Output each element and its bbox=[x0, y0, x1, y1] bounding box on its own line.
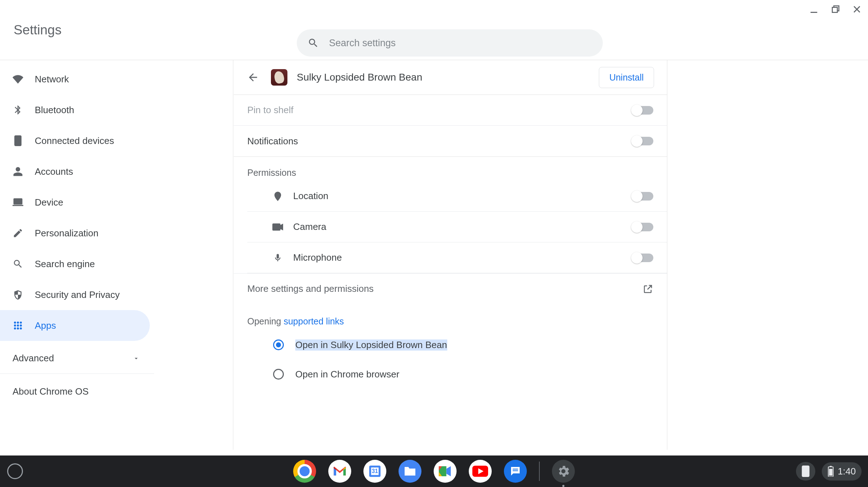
microphone-icon bbox=[272, 252, 283, 263]
permission-camera: Camera bbox=[247, 212, 667, 242]
bluetooth-icon bbox=[13, 105, 23, 115]
sidebar-item-label: Connected devices bbox=[35, 135, 114, 146]
shelf-app-chrome[interactable] bbox=[293, 460, 316, 483]
app-icon bbox=[271, 69, 287, 86]
notifications-toggle[interactable] bbox=[632, 137, 653, 145]
radio-label: Open in Chrome browser bbox=[295, 369, 399, 380]
supported-links-link[interactable]: supported links bbox=[283, 316, 344, 326]
person-icon bbox=[13, 166, 23, 177]
svg-rect-23 bbox=[802, 466, 809, 476]
sidebar-item-label: Security and Privacy bbox=[35, 289, 120, 300]
clock: 1:40 bbox=[838, 466, 856, 477]
wifi-icon bbox=[13, 74, 23, 85]
setting-label: Pin to shelf bbox=[247, 105, 294, 116]
setting-pin-to-shelf: Pin to shelf bbox=[234, 95, 667, 126]
app-name: Sulky Lopsided Brown Bean bbox=[297, 72, 599, 83]
more-settings-link[interactable]: More settings and permissions bbox=[234, 273, 667, 304]
back-button[interactable] bbox=[247, 71, 259, 84]
shield-icon bbox=[13, 289, 23, 300]
sidebar-item-security-privacy[interactable]: Security and Privacy bbox=[0, 279, 150, 310]
sidebar-item-label: Bluetooth bbox=[35, 105, 74, 116]
svg-point-10 bbox=[17, 324, 19, 327]
permission-label: Location bbox=[293, 191, 328, 202]
microphone-toggle[interactable] bbox=[632, 254, 653, 262]
page-title: Settings bbox=[14, 23, 62, 38]
svg-point-11 bbox=[20, 324, 22, 327]
svg-rect-26 bbox=[829, 469, 833, 476]
shelf-separator bbox=[539, 462, 540, 481]
location-icon bbox=[272, 191, 283, 202]
radio-icon bbox=[273, 369, 284, 380]
shelf-app-calendar[interactable]: 31 bbox=[363, 460, 386, 483]
svg-point-8 bbox=[20, 322, 22, 324]
radio-label: Open in Sulky Lopsided Brown Bean bbox=[295, 339, 447, 351]
svg-text:31: 31 bbox=[372, 468, 378, 474]
camera-icon bbox=[272, 222, 283, 232]
divider bbox=[667, 60, 667, 450]
setting-notifications: Notifications bbox=[234, 126, 667, 156]
sidebar-item-network[interactable]: Network bbox=[0, 64, 150, 95]
search-field[interactable] bbox=[297, 29, 603, 57]
pencil-icon bbox=[13, 228, 23, 238]
radio-icon bbox=[273, 339, 284, 350]
svg-rect-16 bbox=[273, 224, 280, 230]
location-toggle[interactable] bbox=[632, 192, 653, 201]
opening-links-header: Opening supported links bbox=[234, 304, 667, 330]
opening-prefix: Opening bbox=[247, 316, 283, 326]
sidebar-about-label: About Chrome OS bbox=[13, 386, 89, 397]
sidebar-item-search-engine[interactable]: Search engine bbox=[0, 249, 150, 279]
svg-point-15 bbox=[277, 194, 279, 196]
sidebar: Network Bluetooth Connected devices Acco… bbox=[0, 60, 158, 450]
setting-label: Notifications bbox=[247, 136, 298, 147]
sidebar-item-bluetooth[interactable]: Bluetooth bbox=[0, 95, 150, 125]
svg-point-9 bbox=[14, 324, 16, 327]
shelf-app-messages[interactable] bbox=[504, 460, 527, 483]
sidebar-advanced-toggle[interactable]: Advanced bbox=[0, 343, 154, 374]
uninstall-button[interactable]: Uninstall bbox=[599, 67, 654, 88]
sidebar-item-apps[interactable]: Apps bbox=[0, 310, 150, 341]
permission-location: Location bbox=[247, 181, 667, 212]
shelf-app-settings[interactable] bbox=[552, 460, 575, 483]
pin-to-shelf-toggle[interactable] bbox=[632, 106, 653, 115]
sidebar-item-about[interactable]: About Chrome OS bbox=[0, 376, 158, 407]
camera-toggle[interactable] bbox=[632, 223, 653, 231]
divider bbox=[233, 60, 233, 450]
sidebar-item-personalization[interactable]: Personalization bbox=[0, 218, 150, 249]
svg-point-12 bbox=[14, 327, 16, 329]
sidebar-item-accounts[interactable]: Accounts bbox=[0, 156, 150, 187]
svg-point-6 bbox=[14, 322, 16, 324]
sidebar-item-label: Device bbox=[35, 197, 63, 208]
sidebar-item-label: Accounts bbox=[35, 166, 73, 177]
shelf: 31 1:40 bbox=[0, 455, 868, 487]
shelf-app-meet[interactable] bbox=[434, 460, 457, 483]
svg-point-7 bbox=[17, 322, 19, 324]
launcher-button[interactable] bbox=[7, 463, 23, 479]
opening-option-chrome[interactable]: Open in Chrome browser bbox=[234, 360, 667, 389]
sidebar-item-device[interactable]: Device bbox=[0, 187, 150, 218]
shelf-app-files[interactable] bbox=[399, 460, 421, 483]
sidebar-item-connected-devices[interactable]: Connected devices bbox=[0, 125, 150, 156]
search-icon bbox=[307, 37, 319, 49]
permission-microphone: Microphone bbox=[247, 242, 667, 273]
permission-label: Camera bbox=[293, 221, 326, 232]
svg-rect-25 bbox=[830, 466, 832, 467]
svg-point-14 bbox=[20, 327, 22, 329]
sidebar-item-label: Personalization bbox=[35, 228, 99, 239]
opening-option-app[interactable]: Open in Sulky Lopsided Brown Bean bbox=[234, 330, 667, 360]
sidebar-advanced-label: Advanced bbox=[13, 353, 54, 364]
tray-status-area[interactable]: 1:40 bbox=[822, 462, 862, 481]
tray-phone-hub[interactable] bbox=[796, 462, 815, 481]
phone-icon bbox=[13, 135, 23, 146]
sidebar-item-label: Network bbox=[35, 74, 69, 85]
shelf-app-youtube[interactable] bbox=[469, 460, 492, 483]
shelf-app-gmail[interactable] bbox=[328, 460, 351, 483]
arrow-left-icon bbox=[247, 71, 259, 83]
chevron-down-icon bbox=[133, 355, 140, 362]
external-link-icon bbox=[643, 284, 653, 294]
laptop-icon bbox=[13, 197, 23, 208]
sidebar-item-label: Apps bbox=[35, 320, 56, 331]
svg-rect-4 bbox=[14, 199, 22, 204]
permission-label: Microphone bbox=[293, 252, 342, 263]
search-icon bbox=[13, 259, 23, 269]
search-input[interactable] bbox=[329, 38, 592, 49]
